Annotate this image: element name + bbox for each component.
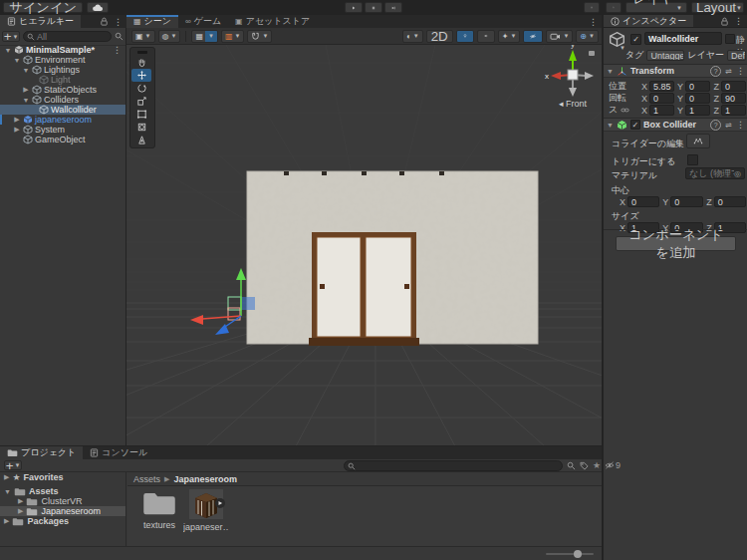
foldout-closed-icon[interactable]: ▶ bbox=[22, 86, 30, 94]
foldout-open-icon[interactable]: ▼ bbox=[22, 97, 30, 104]
foldout-open-icon[interactable]: ▼ bbox=[4, 47, 12, 54]
presets-icon[interactable]: ⇌ bbox=[725, 121, 732, 130]
layout-dropdown[interactable]: Layout▼ bbox=[691, 2, 744, 13]
label-icon[interactable] bbox=[580, 461, 589, 470]
divider[interactable] bbox=[602, 15, 603, 560]
custom-tool-button[interactable] bbox=[131, 134, 151, 146]
gizmo-axis-cone[interactable] bbox=[585, 72, 594, 80]
hierarchy-item-scene[interactable]: ▼ MinimalSample* ⋮ bbox=[0, 45, 125, 55]
scale-z-field[interactable]: 1 bbox=[721, 105, 746, 116]
sliding-doors[interactable] bbox=[309, 232, 419, 346]
hierarchy-item-light[interactable]: Light bbox=[0, 75, 125, 85]
cloud-collab-button[interactable] bbox=[87, 2, 109, 13]
hierarchy-item-lightings[interactable]: ▼ Lightings bbox=[0, 65, 125, 75]
orientation-gizmo[interactable]: y x bbox=[545, 45, 595, 97]
foldout-open-icon[interactable]: ▼ bbox=[607, 122, 614, 129]
inspector-menu-icon[interactable]: ⋮ bbox=[734, 16, 743, 26]
rect-tool-button[interactable] bbox=[131, 108, 151, 121]
tree-favorites[interactable]: ▶ ★ Favorites bbox=[0, 472, 125, 482]
project-search-input[interactable] bbox=[344, 460, 563, 471]
foldout-closed-icon[interactable]: ▶ bbox=[13, 126, 21, 134]
material-object-field[interactable]: なし (物理マテリ ◎ bbox=[685, 167, 745, 179]
tree-assets[interactable]: ▼ Assets bbox=[0, 486, 125, 496]
render-doodads-dropdown[interactable]: ◐▼ bbox=[402, 30, 423, 43]
search-by-type-icon[interactable] bbox=[567, 461, 576, 470]
move-tool-button[interactable] bbox=[131, 69, 151, 82]
hidden-objects-toggle[interactable] bbox=[523, 30, 543, 43]
gizmo-center-cube[interactable] bbox=[568, 70, 578, 80]
asset-item-japaneseroom[interactable]: japaneser… bbox=[183, 489, 229, 532]
layer-dropdown[interactable]: Defau▼ bbox=[727, 50, 746, 61]
tab-console[interactable]: コンソール bbox=[83, 446, 154, 459]
global-search-button[interactable] bbox=[606, 2, 622, 13]
scene-viewport[interactable]: y x ◂ Front bbox=[126, 45, 603, 446]
position-x-field[interactable]: 5.85 bbox=[649, 81, 674, 92]
pause-button[interactable] bbox=[365, 2, 382, 13]
component-menu-icon[interactable]: ⋮ bbox=[736, 66, 745, 76]
gizmo-x-cone[interactable] bbox=[551, 72, 561, 80]
hierarchy-item-wallcollider[interactable]: Wallcollider bbox=[0, 105, 125, 115]
divider[interactable] bbox=[0, 445, 603, 446]
hierarchy-item-colliders[interactable]: ▼ Colliders bbox=[0, 95, 125, 105]
position-z-field[interactable]: 0 bbox=[721, 81, 746, 92]
transform-header[interactable]: ▼ Transform ? ⇌ ⋮ bbox=[604, 64, 747, 78]
expand-prefab-icon[interactable] bbox=[215, 498, 225, 508]
foldout-closed-icon[interactable]: ▶ bbox=[13, 116, 21, 124]
add-component-button[interactable]: コンポーネントを追加 bbox=[616, 236, 736, 251]
tab-game[interactable]: ∞ ゲーム bbox=[178, 15, 228, 28]
gameobject-name-field[interactable]: Wallcollider bbox=[644, 32, 722, 45]
breadcrumb-assets[interactable]: Assets bbox=[133, 474, 160, 484]
gizmos-dropdown[interactable]: ⊕▼ bbox=[576, 30, 599, 43]
hierarchy-item-gameobject[interactable]: GameObject bbox=[0, 135, 125, 144]
scale-x-field[interactable]: 1 bbox=[649, 105, 674, 116]
layers-dropdown[interactable]: レイヤー▼ bbox=[625, 2, 687, 13]
breadcrumb-current[interactable]: Japaneseroom bbox=[173, 474, 237, 484]
hierarchy-item-system[interactable]: ▶ System bbox=[0, 125, 125, 135]
foldout-open-icon[interactable]: ▼ bbox=[607, 68, 614, 75]
tab-hierarchy[interactable]: ヒエラルキー bbox=[0, 15, 81, 28]
position-y-field[interactable]: 0 bbox=[685, 81, 710, 92]
scale-link-icon[interactable] bbox=[621, 107, 629, 114]
camera-settings-dropdown[interactable]: ▼ bbox=[546, 30, 573, 43]
hierarchy-item-japaneseroom[interactable]: ▶ japaneseroom bbox=[0, 115, 125, 125]
transform-tool-button[interactable] bbox=[131, 121, 151, 134]
thumbnail-size-slider[interactable] bbox=[546, 553, 594, 555]
step-button[interactable] bbox=[384, 2, 402, 13]
hierarchy-item-staticobjects[interactable]: ▶ StaticObjects bbox=[0, 85, 125, 95]
box-collider-header[interactable]: ▼ ✓ Box Collider ? ⇌ ⋮ bbox=[604, 118, 747, 132]
hierarchy-create-button[interactable]: +▼ bbox=[2, 31, 20, 42]
active-checkbox[interactable]: ✓ bbox=[630, 34, 641, 45]
tab-scene[interactable]: ▦ シーン bbox=[126, 15, 178, 28]
hand-tool-button[interactable] bbox=[131, 56, 151, 69]
tree-clustervr[interactable]: ▶ ClusterVR bbox=[0, 496, 125, 506]
lighting-toggle-button[interactable] bbox=[456, 30, 474, 43]
gizmo-view-label[interactable]: ◂ Front bbox=[559, 99, 588, 109]
scene-menu-icon[interactable]: ⋮ bbox=[113, 45, 125, 55]
rotation-z-field[interactable]: 90 bbox=[721, 93, 746, 104]
center-x-field[interactable]: 0 bbox=[627, 196, 659, 207]
gizmo-axis-cone[interactable] bbox=[569, 88, 577, 97]
overlay-drag-handle[interactable] bbox=[131, 49, 153, 56]
tree-packages[interactable]: ▶ Packages bbox=[0, 516, 125, 526]
asset-item-textures[interactable]: textures bbox=[137, 489, 181, 530]
tree-japaneseroom[interactable]: ▶ Japaneseroom bbox=[0, 506, 125, 516]
hidden-packages-toggle[interactable]: 9 bbox=[605, 460, 621, 470]
undo-history-button[interactable] bbox=[584, 2, 600, 13]
foldout-closed-icon[interactable]: ▶ bbox=[4, 473, 9, 481]
help-icon[interactable]: ? bbox=[710, 66, 721, 77]
slider-thumb[interactable] bbox=[574, 550, 582, 558]
project-create-button[interactable]: +▼ bbox=[4, 460, 22, 470]
static-checkbox[interactable] bbox=[725, 34, 735, 44]
edit-collider-button[interactable] bbox=[686, 134, 710, 148]
hierarchy-item-environment[interactable]: ▼ Environment bbox=[0, 55, 125, 65]
increment-snap-dropdown[interactable]: ▼ bbox=[247, 30, 272, 43]
foldout-closed-icon[interactable]: ▶ bbox=[4, 517, 9, 525]
center-y-field[interactable]: 0 bbox=[670, 196, 702, 207]
tag-dropdown[interactable]: Untagge▼ bbox=[646, 50, 684, 61]
rotation-y-field[interactable]: 0 bbox=[685, 93, 710, 104]
scene-visibility-dropdown[interactable]: ◍▼ bbox=[158, 30, 181, 43]
presets-icon[interactable]: ⇌ bbox=[725, 67, 732, 76]
foldout-closed-icon[interactable]: ▶ bbox=[18, 507, 23, 515]
center-z-field[interactable]: 0 bbox=[714, 196, 746, 207]
foldout-closed-icon[interactable]: ▶ bbox=[18, 497, 23, 505]
